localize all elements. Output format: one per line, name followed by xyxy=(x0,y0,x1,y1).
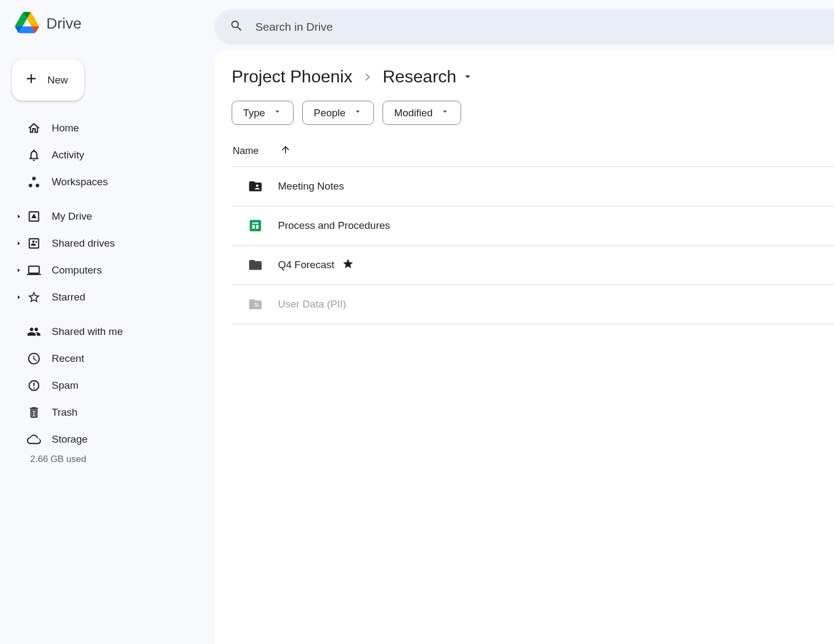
search-icon xyxy=(230,19,244,35)
file-name-label: User Data (PII) xyxy=(278,298,346,310)
file-row[interactable]: Meeting Notes xyxy=(232,167,834,206)
filter-chip-people[interactable]: People xyxy=(302,101,374,125)
breadcrumb-current[interactable]: Research xyxy=(383,67,474,87)
sidebar-item-label: Starred xyxy=(52,291,85,303)
restricted-folder-icon xyxy=(248,297,263,312)
new-button[interactable]: New xyxy=(12,59,84,101)
sidebar-item-my-drive[interactable]: My Drive xyxy=(10,203,206,230)
sidebar-item-label: Shared drives xyxy=(52,237,115,249)
file-name: Meeting Notes xyxy=(278,180,344,192)
drive-logo-icon xyxy=(15,12,39,36)
sidebar-item-trash[interactable]: Trash xyxy=(10,399,206,426)
clock-icon xyxy=(27,352,41,366)
sidebar-item-shared-drives[interactable]: Shared drives xyxy=(10,230,206,257)
storage-used: 2.66 GB used xyxy=(10,454,206,465)
breadcrumb-parent-label: Project Phoenix xyxy=(232,67,352,87)
file-name-label: Process and Procedures xyxy=(278,220,390,232)
app-name: Drive xyxy=(46,15,81,32)
sidebar-item-label: My Drive xyxy=(52,211,92,222)
sidebar-item-shared-with-me[interactable]: Shared with me xyxy=(10,318,206,345)
caret-down-icon xyxy=(462,67,474,87)
caret-down-icon xyxy=(273,107,282,119)
file-row[interactable]: Process and Procedures xyxy=(232,206,834,246)
expand-icon[interactable] xyxy=(15,267,23,274)
sidebar-item-label: Storage xyxy=(52,433,88,445)
expand-icon[interactable] xyxy=(15,294,23,300)
filter-chip-modified[interactable]: Modified xyxy=(383,101,461,125)
file-row[interactable]: User Data (PII) xyxy=(232,285,834,324)
sidebar-item-label: Spam xyxy=(52,380,79,391)
sidebar-item-storage[interactable]: Storage xyxy=(10,426,206,453)
star-icon xyxy=(27,290,41,304)
main-panel: Project Phoenix Research Type People Mod… xyxy=(214,50,834,644)
sidebar-item-home[interactable]: Home xyxy=(10,115,206,142)
breadcrumb-parent[interactable]: Project Phoenix xyxy=(232,67,352,87)
sidebar-item-starred[interactable]: Starred xyxy=(10,284,206,311)
expand-icon[interactable] xyxy=(15,240,23,247)
shared-drives-icon xyxy=(27,236,41,250)
chip-label: Modified xyxy=(394,107,433,119)
file-row[interactable]: Q4 Forecast xyxy=(232,246,834,285)
top-header: Drive xyxy=(0,0,834,47)
sidebar-item-label: Computers xyxy=(52,264,102,276)
sidebar: New Home Activity Workspaces My Drive xyxy=(0,47,214,644)
column-header-name[interactable]: Name xyxy=(233,145,259,157)
folder-icon xyxy=(248,257,263,272)
sidebar-item-label: Workspaces xyxy=(52,176,108,188)
plus-icon xyxy=(24,71,39,89)
sidebar-item-computers[interactable]: Computers xyxy=(10,257,206,284)
sidebar-item-label: Shared with me xyxy=(52,326,123,338)
breadcrumb-current-label: Research xyxy=(383,67,456,87)
home-icon xyxy=(27,121,41,135)
spam-icon xyxy=(27,379,41,393)
logo-area[interactable]: Drive xyxy=(15,12,214,36)
sidebar-item-spam[interactable]: Spam xyxy=(10,372,206,399)
chip-label: People xyxy=(314,107,345,119)
trash-icon xyxy=(27,405,41,419)
caret-down-icon xyxy=(353,107,363,119)
star-filled-icon xyxy=(342,258,354,272)
breadcrumb: Project Phoenix Research xyxy=(232,67,834,87)
expand-icon[interactable] xyxy=(15,213,23,220)
sidebar-item-workspaces[interactable]: Workspaces xyxy=(10,169,206,195)
sort-arrow-up-icon[interactable] xyxy=(280,144,291,158)
file-name: Process and Procedures xyxy=(278,220,390,232)
caret-down-icon xyxy=(440,107,450,119)
sidebar-item-label: Activity xyxy=(52,149,84,161)
file-name-label: Q4 Forecast xyxy=(278,259,335,271)
sidebar-item-label: Trash xyxy=(52,407,78,418)
sidebar-item-recent[interactable]: Recent xyxy=(10,345,206,372)
sheet-icon xyxy=(248,218,263,233)
filter-chip-type[interactable]: Type xyxy=(232,101,294,125)
file-name-label: Meeting Notes xyxy=(278,180,344,192)
column-header-row: Name xyxy=(232,138,834,167)
my-drive-icon xyxy=(27,209,41,223)
people-icon xyxy=(27,325,41,339)
new-button-label: New xyxy=(47,74,68,86)
sidebar-item-activity[interactable]: Activity xyxy=(10,142,206,169)
filter-chips: Type People Modified xyxy=(232,101,834,125)
cloud-icon xyxy=(27,432,41,446)
chip-label: Type xyxy=(243,107,265,119)
search-bar[interactable] xyxy=(214,9,834,45)
bell-icon xyxy=(27,148,41,162)
computers-icon xyxy=(27,263,41,277)
file-name: Q4 Forecast xyxy=(278,258,354,272)
shared-folder-icon xyxy=(248,179,263,194)
search-input[interactable] xyxy=(255,20,834,33)
sidebar-item-label: Home xyxy=(52,122,79,134)
sidebar-item-label: Recent xyxy=(52,353,84,365)
file-list: Meeting NotesProcess and ProceduresQ4 Fo… xyxy=(232,167,834,324)
file-name: User Data (PII) xyxy=(278,298,346,310)
chevron-right-icon xyxy=(360,69,375,85)
workspaces-icon xyxy=(27,175,41,189)
